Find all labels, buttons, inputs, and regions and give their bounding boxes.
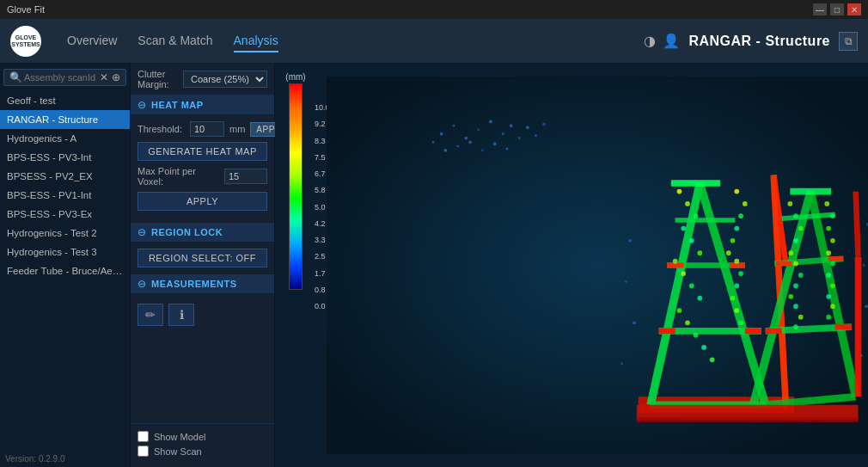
svg-point-1 [440,132,443,136]
version-label: Version: 0.2.9.0 [5,454,65,464]
svg-point-73 [793,213,798,218]
svg-point-7 [510,124,513,127]
generate-heatmap-button[interactable]: GENERATE HEAT MAP [138,142,267,161]
clear-search-icon[interactable]: ✕ [98,71,110,83]
svg-point-82 [798,315,804,320]
structure-visualization [327,64,868,467]
search-input[interactable] [24,72,98,83]
sidebar-item-bps-ess-pv3-ex[interactable]: BPS-ESS - PV3-Ex [0,205,130,224]
titlebar-left: Glove Fit [7,4,45,15]
svg-point-3 [464,137,468,140]
sidebar-item-hydrogenics-a[interactable]: Hydrogenics - A [0,129,130,148]
show-model-label[interactable]: Show Model [154,432,206,442]
svg-point-87 [830,238,835,243]
heatmap-section-header[interactable]: ⊖ HEAT MAP [131,95,274,114]
svg-point-79 [793,284,798,289]
svg-point-88 [826,250,831,255]
svg-point-8 [518,137,521,139]
threshold-unit: mm [229,124,245,134]
heatmap-section-body: Threshold: mm APPLY GENERATE HEAT MAP Ma… [131,114,274,223]
app: GLOVESYSTEMS Overview Scan & Match Analy… [0,19,868,467]
svg-point-46 [685,201,690,206]
svg-point-4 [477,129,480,132]
minimize-button[interactable]: — [813,3,827,15]
svg-point-13 [444,149,448,152]
half-circle-icon[interactable]: ◑ [644,33,656,49]
measurements-section-header[interactable]: ⊖ MEASUREMENTS [131,274,274,293]
heatmap-collapse-icon: ⊖ [138,99,146,111]
search-icon[interactable]: 🔍 [8,71,24,83]
ruler-button[interactable]: ✏ [138,304,163,326]
svg-point-52 [681,271,686,276]
measure-icons: ✏ ℹ [138,300,267,329]
svg-point-15 [468,140,472,144]
navbar-left: GLOVESYSTEMS Overview Scan & Match Analy… [10,26,278,57]
threshold-input[interactable] [190,121,224,137]
show-scan-label[interactable]: Show Scan [154,446,202,457]
svg-point-53 [689,284,694,289]
svg-point-63 [734,226,739,231]
apply-voxel-button[interactable]: APPLY [138,192,267,211]
copy-icon: ⧉ [845,35,853,47]
max-voxel-row: Max Point per Voxel: [138,166,267,187]
svg-point-104 [863,264,865,267]
sidebar-item-bpsess-pv2-ex[interactable]: BPSESS - PV2_EX [0,167,130,186]
svg-rect-98 [637,417,859,422]
panel-footer: Show Model Show Scan [131,423,274,467]
svg-point-61 [743,201,748,206]
sidebar-item-geoff-test[interactable]: Geoff - test [0,91,130,110]
svg-point-92 [826,294,831,299]
show-scan-checkbox[interactable] [138,445,149,457]
viewport[interactable]: (mm) 10.0 9.2 8.3 7.5 6.7 5.8 5.0 4.2 3.… [275,64,868,467]
svg-point-66 [734,259,739,264]
user-icon[interactable]: 👤 [663,33,680,49]
show-model-row: Show Model [138,431,267,442]
copy-button[interactable]: ⧉ [839,32,858,51]
svg-point-105 [865,304,868,308]
svg-point-90 [826,273,831,278]
sidebar-item-feeder-tube[interactable]: Feeder Tube - Bruce/Aecon [0,261,130,280]
svg-point-60 [734,189,739,194]
tab-scan-match[interactable]: Scan & Match [138,30,212,52]
close-button[interactable]: ✕ [847,3,861,15]
svg-point-58 [701,345,706,350]
sidebar-item-bps-ess-pv3-int[interactable]: BPS-ESS - PV3-Int [0,148,130,167]
show-scan-row: Show Scan [138,445,267,457]
region-lock-section-header[interactable]: ⊖ REGION LOCK [131,223,274,242]
svg-line-96 [856,192,859,257]
sidebar-item-bps-ess-pv1-int[interactable]: BPS-ESS - PV1-Int [0,186,130,205]
navbar-right: ◑ 👤 RANGAR - Structure ⧉ [644,32,858,51]
sidebar: 🔍 ✕ ⊕ Geoff - test RANGAR - Structure Hy… [0,64,131,467]
tab-analysis[interactable]: Analysis [234,30,278,52]
locate-icon[interactable]: ⊕ [110,71,122,83]
heatmap-label: HEAT MAP [151,100,204,110]
measurements-collapse-icon: ⊖ [138,278,146,290]
max-voxel-input[interactable] [224,169,267,184]
show-model-checkbox[interactable] [138,431,149,442]
svg-point-101 [633,321,636,324]
svg-point-59 [710,357,715,362]
svg-point-76 [788,250,793,255]
region-select-button[interactable]: REGION SELECT: OFF [138,249,267,267]
svg-point-51 [673,259,678,264]
svg-point-68 [734,284,739,289]
scale-unit: (mm) [285,72,305,82]
svg-point-62 [738,213,743,218]
info-button[interactable]: ℹ [168,304,194,326]
sidebar-item-hydrogenics-test3[interactable]: Hydrogenics - Test 3 [0,243,130,261]
svg-point-45 [677,189,682,194]
maximize-button[interactable]: □ [830,3,844,15]
tab-overview[interactable]: Overview [67,30,117,52]
sidebar-item-rangar-structure[interactable]: RANGAR - Structure [0,110,130,129]
svg-point-64 [730,238,736,243]
svg-point-54 [697,296,702,301]
clutter-row: Clutter Margin: Coarse (25%) Fine (10%) … [131,64,274,95]
svg-point-71 [738,320,743,325]
svg-point-94 [826,315,831,320]
sidebar-item-hydrogenics-test2[interactable]: Hydrogenics - Test 2 [0,224,130,243]
search-bar[interactable]: 🔍 ✕ ⊕ [3,69,126,86]
svg-point-17 [493,142,497,145]
clutter-select[interactable]: Coarse (25%) Fine (10%) None [183,71,267,88]
svg-point-18 [506,148,509,151]
svg-point-91 [830,284,835,289]
